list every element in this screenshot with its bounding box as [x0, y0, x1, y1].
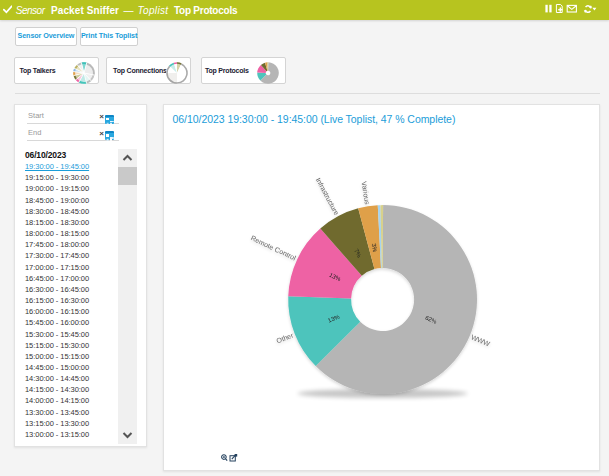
- svg-text:Other: Other: [275, 331, 294, 344]
- svg-text:3%: 3%: [371, 243, 378, 253]
- svg-text:Various: Various: [361, 181, 372, 206]
- svg-text:Remote Control: Remote Control: [250, 234, 298, 261]
- svg-text:WWW: WWW: [470, 333, 491, 347]
- svg-text:13%: 13%: [328, 272, 342, 283]
- svg-text:13%: 13%: [327, 313, 341, 323]
- svg-text:7%: 7%: [353, 248, 363, 259]
- svg-text:62%: 62%: [424, 315, 438, 325]
- svg-text:Infrastructure: Infrastructure: [315, 177, 341, 217]
